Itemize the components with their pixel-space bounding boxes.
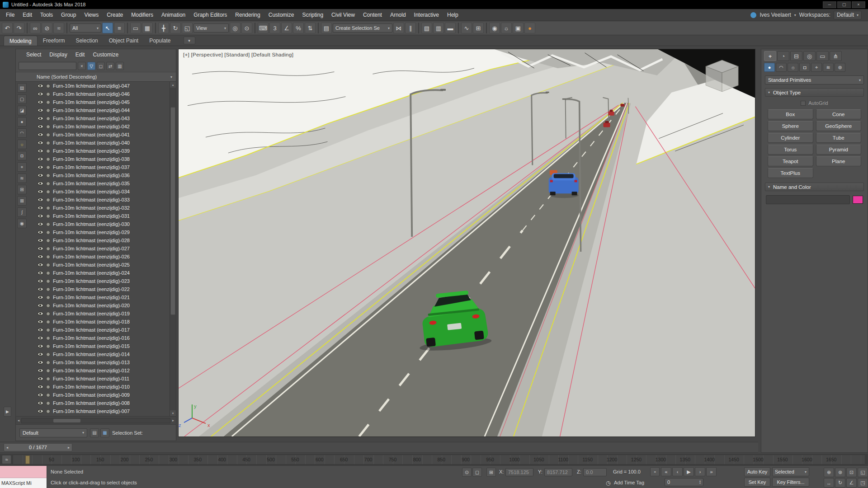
- scene-object-row[interactable]: Furn-10m lichtmast (eenzijdig)-025: [29, 261, 170, 269]
- ribbon-tab[interactable]: Populate: [144, 36, 176, 46]
- scene-object-row[interactable]: Furn-10m lichtmast (eenzijdig)-020: [29, 301, 170, 310]
- minimize-button[interactable]: ─: [823, 1, 836, 8]
- visibility-eye-icon[interactable]: [38, 328, 43, 332]
- visibility-eye-icon[interactable]: [38, 157, 43, 161]
- x-coordinate-field[interactable]: 7518.125: [505, 468, 533, 476]
- menubar-item[interactable]: File: [2, 12, 19, 18]
- scene-object-row[interactable]: Furn-10m lichtmast (eenzijdig)-024: [29, 269, 170, 277]
- schematic-view-icon[interactable]: ⊞: [473, 23, 484, 33]
- play-button[interactable]: ▶: [684, 467, 694, 476]
- select-and-link-icon[interactable]: ∞: [30, 23, 41, 33]
- scene-object-row[interactable]: Furn-10m lichtmast (eenzijdig)-023: [29, 277, 170, 285]
- object-type-button[interactable]: Torus: [768, 145, 813, 155]
- angle-snap-icon[interactable]: ∠: [281, 23, 292, 33]
- zoom-extents-button[interactable]: ⊡: [846, 468, 857, 477]
- zoom-button[interactable]: ⊕: [824, 468, 834, 477]
- select-and-manipulate-icon[interactable]: ⊙: [241, 23, 252, 33]
- select-by-name-icon[interactable]: ≡: [114, 23, 125, 33]
- visibility-eye-icon[interactable]: [38, 92, 43, 96]
- scene-object-row[interactable]: Furn-10m lichtmast (eenzijdig)-011: [29, 375, 170, 383]
- motion-tab[interactable]: ◎: [803, 51, 816, 61]
- display-spacewarps-icon[interactable]: ≋: [17, 174, 27, 183]
- object-type-button[interactable]: Plane: [816, 156, 862, 166]
- visibility-eye-icon[interactable]: [38, 117, 43, 120]
- key-filters-button[interactable]: Key Filters...: [772, 478, 809, 487]
- hierarchy-tab[interactable]: ⊟: [790, 51, 802, 61]
- maxscript-mini-listener[interactable]: MAXScript Mi: [0, 466, 47, 488]
- object-type-rollout-header[interactable]: ▾ Object Type: [765, 88, 864, 97]
- ribbon-minimize-button[interactable]: ▾: [184, 37, 195, 44]
- named-selections-icon[interactable]: ▦: [100, 428, 109, 437]
- display-helpers-icon[interactable]: ⌖: [17, 162, 27, 172]
- scene-object-row[interactable]: Furn-10m lichtmast (eenzijdig)-046: [29, 90, 170, 98]
- visibility-eye-icon[interactable]: [38, 369, 43, 372]
- visibility-eye-icon[interactable]: [38, 271, 43, 275]
- blue-car[interactable]: [549, 170, 579, 198]
- current-frame-marker[interactable]: [25, 455, 30, 464]
- menubar-item[interactable]: Create: [103, 12, 127, 18]
- viewport-canvas[interactable]: y x z: [179, 49, 755, 436]
- scroll-down-icon[interactable]: ▾: [170, 410, 176, 416]
- scene-object-row[interactable]: Furn-10m lichtmast (eenzijdig)-022: [29, 285, 170, 293]
- isolate-selection-icon[interactable]: ⊙: [462, 468, 472, 477]
- field-of-view-button[interactable]: ∠: [846, 478, 857, 488]
- scene-object-row[interactable]: Furn-10m lichtmast (eenzijdig)-036: [29, 171, 170, 179]
- display-lights-icon[interactable]: ☼: [17, 140, 27, 149]
- visibility-eye-icon[interactable]: [38, 255, 43, 258]
- selection-filter-dropdown[interactable]: All▾: [70, 23, 101, 33]
- undo-icon[interactable]: ↶: [2, 23, 13, 33]
- name-color-rollout-header[interactable]: ▾ Name and Color: [765, 183, 864, 191]
- ribbon-tab[interactable]: Modeling: [4, 36, 38, 46]
- use-pivot-point-icon[interactable]: ◎: [230, 23, 241, 33]
- scene-object-row[interactable]: Furn-10m lichtmast (eenzijdig)-042: [29, 122, 170, 131]
- visibility-eye-icon[interactable]: [38, 214, 43, 218]
- object-type-button[interactable]: Sphere: [768, 121, 813, 131]
- menubar-item[interactable]: Civil View: [327, 12, 359, 18]
- scene-object-row[interactable]: Furn-10m lichtmast (eenzijdig)-043: [29, 114, 170, 122]
- maximize-button[interactable]: ▢: [837, 1, 851, 8]
- menubar-item[interactable]: Edit: [19, 12, 36, 18]
- scene-object-row[interactable]: Furn-10m lichtmast (eenzijdig)-039: [29, 147, 170, 155]
- scene-object-list[interactable]: Furn-10m lichtmast (eenzijdig)-047 Furn-…: [29, 82, 170, 416]
- scene-object-row[interactable]: Furn-10m lichtmast (eenzijdig)-032: [29, 204, 170, 212]
- select-none-icon[interactable]: ▢: [17, 94, 27, 104]
- object-type-button[interactable]: Cone: [816, 109, 862, 119]
- explorer-menu-item[interactable]: Select: [22, 52, 45, 58]
- scene-object-row[interactable]: Furn-10m lichtmast (eenzijdig)-008: [29, 399, 170, 407]
- visibility-eye-icon[interactable]: [38, 304, 43, 307]
- menubar-item[interactable]: Interactive: [410, 12, 443, 18]
- ribbon-toggle-icon[interactable]: ▬: [445, 23, 456, 33]
- scene-object-row[interactable]: Furn-10m lichtmast (eenzijdig)-014: [29, 350, 170, 358]
- utilities-tab[interactable]: ⋔: [830, 51, 842, 61]
- curve-editor-icon[interactable]: ∿: [461, 23, 472, 33]
- menubar-item[interactable]: Customize: [264, 12, 298, 18]
- key-mode-toggle-button[interactable]: ∘: [650, 467, 660, 476]
- visibility-eye-icon[interactable]: [38, 296, 43, 299]
- cameras-category[interactable]: ◘: [799, 63, 810, 72]
- select-all-icon[interactable]: ▤: [17, 83, 27, 93]
- viewport-label[interactable]: [+] [Perspective] [Standard] [Default Sh…: [183, 52, 293, 57]
- unlink-selection-icon[interactable]: ⊘: [42, 23, 52, 33]
- auto-key-button[interactable]: Auto Key: [744, 467, 770, 476]
- visibility-eye-icon[interactable]: [38, 287, 43, 291]
- scene-explorer-toggle-icon[interactable]: ▥: [433, 23, 444, 33]
- visibility-eye-icon[interactable]: [38, 182, 43, 185]
- create-tab[interactable]: +: [764, 51, 776, 61]
- scene-object-row[interactable]: Furn-10m lichtmast (eenzijdig)-026: [29, 253, 170, 261]
- scene-object-row[interactable]: Furn-10m lichtmast (eenzijdig)-016: [29, 334, 170, 342]
- visibility-eye-icon[interactable]: [38, 206, 43, 210]
- percent-snap-icon[interactable]: %: [293, 23, 304, 33]
- object-name-field[interactable]: [766, 195, 850, 204]
- lights-category[interactable]: ☼: [788, 63, 798, 72]
- visibility-eye-icon[interactable]: [38, 165, 43, 169]
- layer-dropdown[interactable]: Default ▾: [19, 428, 87, 437]
- visibility-eye-icon[interactable]: [38, 344, 43, 348]
- visibility-eye-icon[interactable]: [38, 190, 43, 193]
- material-editor-icon[interactable]: ◉: [489, 23, 500, 33]
- color-swatch[interactable]: [853, 196, 863, 204]
- scroll-left-icon[interactable]: ◂: [18, 418, 19, 422]
- explorer-menu-item[interactable]: Display: [45, 52, 71, 58]
- visibility-eye-icon[interactable]: [38, 198, 43, 202]
- scene-object-row[interactable]: Furn-10m lichtmast (eenzijdig)-018: [29, 318, 170, 326]
- render-production-icon[interactable]: ●: [524, 23, 535, 33]
